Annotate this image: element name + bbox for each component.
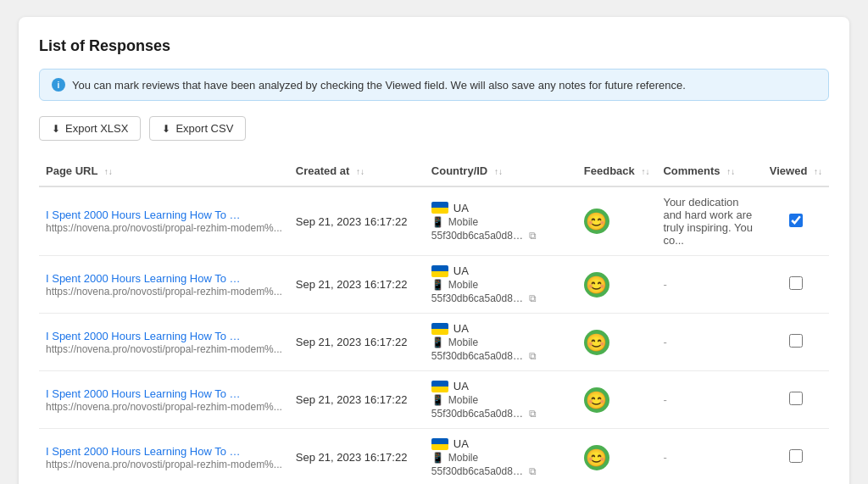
cell-comments: - (656, 371, 762, 429)
cell-viewed (763, 256, 829, 314)
page-url-link[interactable]: I Spent 2000 Hours Learning How To Learn… (46, 330, 241, 342)
cell-created-at: Sep 21, 2023 16:17:22 (289, 256, 425, 314)
country-row: UA (431, 322, 570, 335)
country-code: UA (453, 322, 469, 335)
cell-country-id: UA 📱 Mobile 55f30db6ca5a0d8db278ff195...… (425, 429, 577, 485)
country-code: UA (453, 380, 469, 392)
page-url-link[interactable]: I Spent 2000 Hours Learning How To Learn… (46, 272, 241, 285)
device-label: Mobile (448, 216, 478, 228)
id-row: 55f30db6ca5a0d8db278ff195... ⧉ (431, 350, 570, 362)
col-header-feedback[interactable]: Feedback ↑↓ (577, 158, 657, 186)
copy-icon[interactable]: ⧉ (529, 465, 537, 477)
cell-feedback: 😊 (577, 314, 657, 371)
id-value: 55f30db6ca5a0d8db278ff195... (431, 408, 525, 420)
page-url-link[interactable]: I Spent 2000 Hours Learning How To Learn… (46, 445, 241, 458)
cell-page-url: I Spent 2000 Hours Learning How To Learn… (39, 314, 289, 371)
id-row: 55f30db6ca5a0d8db278ff195... ⧉ (431, 292, 570, 304)
table-header-row: Page URL ↑↓ Created at ↑↓ Country/ID ↑↓ … (39, 158, 829, 186)
table-row: I Spent 2000 Hours Learning How To Learn… (39, 186, 829, 256)
cell-viewed (763, 429, 829, 485)
mobile-icon: 📱 (431, 394, 444, 406)
flag-ua-icon (431, 265, 448, 277)
info-banner: i You can mark reviews that have been an… (39, 69, 829, 101)
download-xlsx-icon: ⬇ (52, 123, 60, 135)
col-header-created-at[interactable]: Created at ↑↓ (289, 158, 425, 186)
list-of-responses-card: List of Responses i You can mark reviews… (19, 17, 849, 484)
mobile-icon: 📱 (431, 452, 444, 464)
comment-text: Your dedication and hard work are truly … (663, 196, 753, 247)
download-csv-icon: ⬇ (162, 123, 170, 135)
country-cell: UA 📱 Mobile 55f30db6ca5a0d8db278ff195...… (431, 380, 570, 420)
table-row: I Spent 2000 Hours Learning How To Learn… (39, 314, 829, 371)
cell-page-url: I Spent 2000 Hours Learning How To Learn… (39, 429, 289, 485)
id-row: 55f30db6ca5a0d8db278ff195... ⧉ (431, 408, 570, 420)
feedback-smiley: 😊 (584, 387, 609, 413)
viewed-checkbox[interactable] (789, 449, 803, 463)
col-header-page-url[interactable]: Page URL ↑↓ (39, 158, 289, 186)
table-row: I Spent 2000 Hours Learning How To Learn… (39, 256, 829, 314)
cell-page-url: I Spent 2000 Hours Learning How To Learn… (39, 256, 289, 314)
device-label: Mobile (448, 337, 478, 348)
table-row: I Spent 2000 Hours Learning How To Learn… (39, 429, 829, 485)
viewed-checkbox[interactable] (789, 392, 803, 405)
viewed-checkbox[interactable] (789, 334, 803, 348)
country-cell: UA 📱 Mobile 55f30db6ca5a0d8db278ff195...… (431, 322, 570, 362)
country-row: UA (431, 380, 570, 392)
mobile-icon: 📱 (431, 337, 444, 348)
responses-table: Page URL ↑↓ Created at ↑↓ Country/ID ↑↓ … (39, 158, 829, 484)
copy-icon[interactable]: ⧉ (529, 292, 537, 304)
country-id-row: 📱 Mobile (431, 337, 570, 348)
id-row: 55f30db6ca5a0d8db278ff195... ⧉ (431, 230, 570, 242)
country-cell: UA 📱 Mobile 55f30db6ca5a0d8db278ff195...… (431, 202, 570, 242)
viewed-checkbox[interactable] (789, 214, 803, 227)
copy-icon[interactable]: ⧉ (529, 350, 537, 362)
cell-viewed (763, 186, 829, 256)
col-header-comments[interactable]: Comments ↑↓ (656, 158, 762, 186)
sort-comments-icon: ↑↓ (726, 167, 735, 176)
id-value: 55f30db6ca5a0d8db278ff195... (431, 230, 525, 242)
cell-comments: - (656, 314, 762, 371)
country-cell: UA 📱 Mobile 55f30db6ca5a0d8db278ff195...… (431, 437, 570, 477)
copy-icon[interactable]: ⧉ (529, 230, 537, 242)
page-url-link[interactable]: I Spent 2000 Hours Learning How To Learn… (46, 387, 241, 400)
cell-comments: Your dedication and hard work are truly … (656, 186, 762, 256)
device-label: Mobile (448, 279, 478, 291)
feedback-smiley: 😊 (584, 209, 609, 234)
cell-feedback: 😊 (577, 256, 657, 314)
flag-ua-icon (431, 438, 448, 450)
country-cell: UA 📱 Mobile 55f30db6ca5a0d8db278ff195...… (431, 264, 570, 304)
cell-page-url: I Spent 2000 Hours Learning How To Learn… (39, 371, 289, 429)
comment-dash: - (663, 451, 666, 464)
sort-viewed-icon: ↑↓ (814, 167, 822, 176)
country-row: UA (431, 437, 570, 450)
cell-created-at: Sep 21, 2023 16:17:22 (289, 314, 425, 371)
id-value: 55f30db6ca5a0d8db278ff195... (431, 350, 525, 362)
page-url-sub: https://novena.pro/novosti/propal-rezhim… (46, 343, 282, 355)
cell-viewed (763, 314, 829, 371)
export-csv-button[interactable]: ⬇ Export CSV (149, 116, 246, 141)
copy-icon[interactable]: ⧉ (529, 408, 537, 420)
cell-created-at: Sep 21, 2023 16:17:22 (289, 186, 425, 256)
page-url-link[interactable]: I Spent 2000 Hours Learning How To Learn… (46, 209, 241, 221)
mobile-icon: 📱 (431, 279, 444, 291)
col-header-viewed[interactable]: Viewed ↑↓ (763, 158, 829, 186)
country-id-row: 📱 Mobile (431, 394, 570, 406)
col-header-country-id[interactable]: Country/ID ↑↓ (425, 158, 577, 186)
export-xlsx-button[interactable]: ⬇ Export XLSX (39, 116, 141, 141)
cell-feedback: 😊 (577, 371, 657, 429)
info-banner-text: You can mark reviews that have been anal… (72, 79, 686, 92)
country-row: UA (431, 202, 570, 214)
cell-page-url: I Spent 2000 Hours Learning How To Learn… (39, 186, 289, 256)
cell-country-id: UA 📱 Mobile 55f30db6ca5a0d8db278ff195...… (425, 256, 577, 314)
country-code: UA (453, 202, 469, 214)
id-value: 55f30db6ca5a0d8db278ff195... (431, 465, 525, 477)
country-id-row: 📱 Mobile (431, 452, 570, 464)
page-title: List of Responses (39, 37, 829, 55)
device-label: Mobile (448, 452, 478, 464)
comment-dash: - (663, 278, 666, 291)
flag-ua-icon (431, 202, 448, 214)
page-url-sub: https://novena.pro/novosti/propal-rezhim… (46, 286, 282, 298)
viewed-checkbox[interactable] (789, 276, 803, 290)
info-icon: i (52, 78, 65, 92)
comment-dash: - (663, 393, 666, 406)
